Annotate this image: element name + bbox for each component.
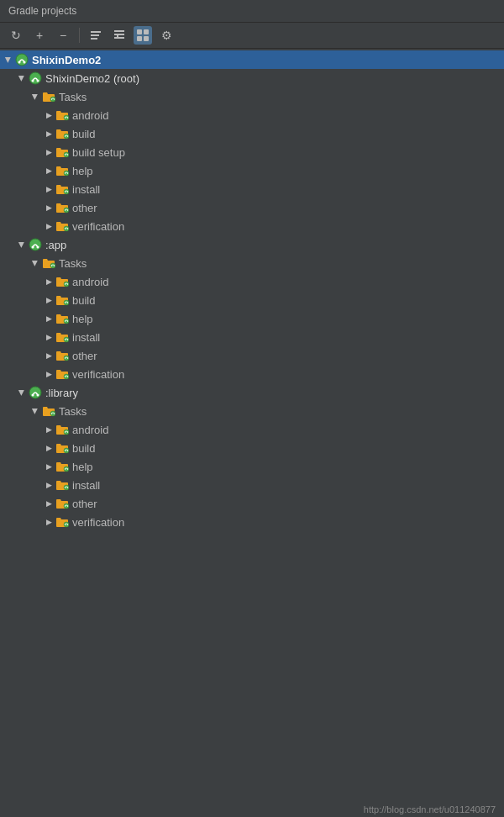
- svg-point-64: [67, 376, 68, 377]
- list-item[interactable]: ▶ build: [0, 291, 504, 309]
- item-label: help: [72, 313, 93, 325]
- svg-point-34: [67, 191, 68, 192]
- svg-point-63: [65, 376, 66, 377]
- expand-all-button[interactable]: [110, 26, 129, 45]
- item-label: build: [72, 442, 95, 455]
- list-item[interactable]: ▶ other: [0, 346, 504, 365]
- svg-rect-0: [91, 31, 101, 33]
- list-item[interactable]: ▶ build setup: [0, 143, 504, 161]
- item-arrow: ▶: [42, 423, 55, 436]
- svg-point-12: [18, 61, 21, 64]
- list-item[interactable]: ▶ help: [0, 309, 504, 328]
- svg-point-13: [24, 61, 26, 64]
- root-arrow-icon: ▶: [2, 53, 15, 66]
- item-folder-icon: [55, 183, 69, 195]
- item-arrow: ▶: [42, 497, 55, 510]
- tree-panel: ▶ ShixinDemo2 ▶ ShixinDemo2 (root) ▶ Ta: [0, 49, 504, 785]
- refresh-button[interactable]: ↻: [7, 26, 25, 45]
- item-arrow: ▶: [42, 127, 55, 140]
- svg-rect-8: [144, 29, 149, 34]
- remove-button[interactable]: −: [54, 26, 72, 45]
- module-root[interactable]: ▶ ShixinDemo2 (root): [0, 69, 504, 87]
- list-item[interactable]: ▶ help: [0, 161, 504, 180]
- list-item[interactable]: ▶ install: [0, 476, 504, 494]
- svg-point-54: [65, 320, 66, 321]
- list-item[interactable]: ▶ install: [0, 328, 504, 346]
- svg-point-40: [67, 228, 68, 229]
- item-label: other: [72, 350, 97, 362]
- tasks-library[interactable]: ▶ Tasks: [0, 402, 504, 420]
- list-item[interactable]: ▶ android: [0, 420, 504, 439]
- svg-point-79: [67, 468, 68, 469]
- module-app[interactable]: ▶ :app: [0, 235, 504, 254]
- module-library-label: :library: [45, 387, 78, 399]
- list-item[interactable]: ▶ verification: [0, 513, 504, 531]
- svg-point-75: [65, 450, 66, 451]
- list-item[interactable]: ▶ android: [0, 272, 504, 291]
- item-label: install: [72, 183, 100, 196]
- svg-point-42: [32, 246, 34, 249]
- svg-rect-5: [114, 37, 124, 39]
- settings-button[interactable]: ⚙: [157, 26, 176, 45]
- module-library-gradle-icon: [29, 386, 42, 399]
- list-item[interactable]: ▶ help: [0, 457, 504, 476]
- item-arrow: ▶: [42, 312, 55, 325]
- list-item[interactable]: ▶ verification: [0, 217, 504, 235]
- item-folder-icon: [55, 479, 69, 491]
- svg-point-72: [65, 431, 66, 432]
- add-button[interactable]: +: [30, 26, 49, 45]
- tasks-root-label: Tasks: [59, 91, 87, 103]
- item-folder-icon: [55, 442, 69, 454]
- list-item[interactable]: ▶ other: [0, 198, 504, 217]
- svg-point-18: [51, 98, 52, 99]
- svg-rect-1: [91, 34, 99, 36]
- svg-point-81: [65, 487, 66, 488]
- sync-button[interactable]: [87, 26, 105, 45]
- item-arrow: ▶: [42, 478, 55, 492]
- group-modules-button[interactable]: [134, 26, 152, 45]
- tasks-app-folder-icon: [42, 257, 55, 269]
- tasks-app-label: Tasks: [59, 257, 87, 270]
- item-label: install: [72, 479, 100, 492]
- svg-point-45: [51, 265, 52, 266]
- svg-point-67: [37, 394, 39, 397]
- item-folder-icon: [55, 294, 69, 306]
- module-root-arrow: ▶: [15, 71, 29, 85]
- item-label: build: [72, 128, 95, 140]
- svg-point-33: [65, 191, 66, 192]
- module-root-gradle-icon: [29, 71, 42, 85]
- svg-point-22: [67, 117, 68, 118]
- tasks-root-arrow: ▶: [29, 90, 42, 103]
- module-library[interactable]: ▶ :library: [0, 383, 504, 402]
- tasks-root[interactable]: ▶ Tasks: [0, 87, 504, 106]
- list-item[interactable]: ▶ android: [0, 106, 504, 124]
- svg-point-27: [65, 154, 66, 155]
- status-text: http://blog.csdn.net/u011240877: [364, 804, 496, 814]
- module-root-label: ShixinDemo2 (root): [45, 72, 139, 85]
- item-folder-icon: [55, 461, 69, 472]
- svg-rect-10: [144, 36, 149, 41]
- tree-root[interactable]: ▶ ShixinDemo2: [0, 50, 504, 69]
- svg-point-88: [67, 524, 68, 524]
- root-gradle-icon: [15, 53, 29, 66]
- toolbar-separator: [79, 28, 80, 43]
- tasks-app[interactable]: ▶ Tasks: [0, 254, 504, 272]
- list-item[interactable]: ▶ build: [0, 124, 504, 143]
- list-item[interactable]: ▶ build: [0, 439, 504, 457]
- item-arrow: ▶: [42, 145, 55, 159]
- list-item[interactable]: ▶ install: [0, 180, 504, 198]
- svg-point-82: [67, 487, 68, 488]
- svg-point-37: [67, 209, 68, 210]
- item-folder-icon: [55, 146, 69, 158]
- module-app-label: :app: [45, 239, 66, 251]
- item-folder-icon: [55, 313, 69, 324]
- item-folder-icon: [55, 424, 69, 435]
- list-item[interactable]: ▶ other: [0, 494, 504, 513]
- item-folder-icon: [55, 109, 69, 121]
- svg-point-28: [67, 154, 68, 155]
- svg-point-78: [65, 468, 66, 469]
- list-item[interactable]: ▶ verification: [0, 365, 504, 383]
- toolbar: ↻ + − ⚙: [0, 23, 504, 49]
- item-label: help: [72, 461, 93, 473]
- item-label: android: [72, 276, 108, 288]
